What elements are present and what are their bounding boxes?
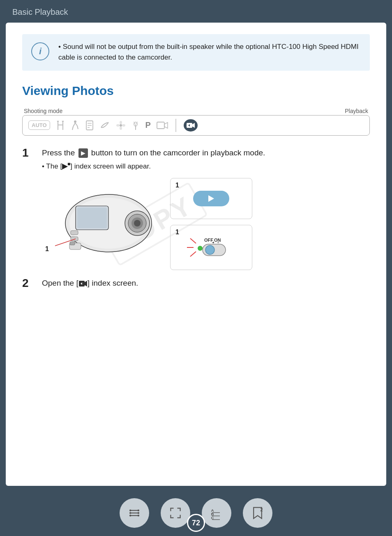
step-1-number: 1 <box>22 146 42 159</box>
shooting-mode-label: Shooting mode <box>24 108 62 114</box>
svg-point-45 <box>217 242 219 243</box>
menu-button[interactable] <box>120 498 149 528</box>
info-box: i • Sound will not be output from the bu… <box>22 34 370 71</box>
svg-line-4 <box>73 123 75 127</box>
svg-line-36 <box>190 238 196 243</box>
diagram-area: COPY <box>22 178 370 270</box>
svg-point-30 <box>134 220 141 226</box>
svg-point-56 <box>138 512 139 514</box>
step-1-text: Press the ▶ button to turn on the camcor… <box>42 147 370 159</box>
svg-rect-31 <box>71 231 78 235</box>
svg-marker-47 <box>84 281 87 286</box>
mode-sports[interactable] <box>71 120 80 131</box>
mode-bar-labels: Shooting mode Playback <box>22 108 370 114</box>
svg-point-43 <box>205 245 214 254</box>
svg-point-16 <box>122 124 125 127</box>
svg-marker-21 <box>192 123 195 128</box>
mode-bar-separator <box>175 119 176 132</box>
mode-auto[interactable]: AUTO <box>28 120 50 130</box>
callout-1: 1 <box>170 178 252 219</box>
svg-text:OFF: OFF <box>204 238 213 243</box>
page-title: Basic Playback <box>12 7 68 16</box>
mode-flower[interactable] <box>116 120 126 131</box>
step-1: 1 Press the ▶ button to turn on the camc… <box>22 147 370 171</box>
step-2-text: Open the [] index screen. <box>42 277 370 289</box>
main-content: i • Sound will not be output from the bu… <box>6 23 386 486</box>
step-2: 2 Open the [] index screen. <box>22 277 370 292</box>
mode-video[interactable] <box>157 121 168 130</box>
mode-bar: AUTO P <box>22 115 370 136</box>
svg-rect-26 <box>77 208 107 228</box>
play-triangle-icon <box>208 195 214 202</box>
step-2-number: 2 <box>22 277 42 290</box>
info-icon: i <box>31 42 49 60</box>
camcorder-illustration: 1 <box>22 178 162 268</box>
mode-tulip[interactable] <box>131 120 140 131</box>
svg-point-14 <box>120 127 122 130</box>
svg-point-55 <box>138 510 139 511</box>
mode-doc[interactable] <box>85 120 94 131</box>
callout-2-num: 1 <box>175 229 179 236</box>
svg-point-12 <box>120 124 122 127</box>
svg-text:ON: ON <box>214 238 221 243</box>
switch-illus: OFF ON <box>184 231 238 264</box>
svg-text:C: C <box>211 515 214 520</box>
svg-line-38 <box>190 252 196 256</box>
svg-line-7 <box>77 126 78 129</box>
svg-rect-35 <box>70 242 75 245</box>
expand-button[interactable] <box>161 498 190 528</box>
step-1-content: Press the ▶ button to turn on the camcor… <box>42 147 370 171</box>
svg-point-53 <box>129 512 131 514</box>
svg-rect-18 <box>157 122 164 129</box>
svg-line-5 <box>75 123 77 126</box>
mode-bar-container: Shooting mode Playback AUTO <box>22 108 370 136</box>
svg-line-6 <box>72 127 73 130</box>
callout-2: 1 OFF ON <box>170 225 252 270</box>
svg-point-54 <box>129 515 131 516</box>
svg-point-57 <box>138 515 139 516</box>
bottom-nav: 72 A B C 2 <box>0 492 392 536</box>
header-bar: Basic Playback <box>0 0 392 23</box>
section-title: Viewing Photos <box>22 84 370 98</box>
callout-1-num: 1 <box>175 182 179 189</box>
svg-point-39 <box>198 246 203 251</box>
svg-marker-19 <box>164 122 168 128</box>
diagram-callouts: 1 1 <box>170 178 252 270</box>
page-number-badge: 72 <box>187 514 205 532</box>
playback-btn-inline: ▶ <box>78 148 88 158</box>
diagram-label-1: 1 <box>45 245 49 253</box>
step-1-sub: • The [▶■] index screen will appear. <box>42 161 370 171</box>
mode-playback[interactable] <box>184 119 198 132</box>
info-text: • Sound will not be output from the buil… <box>58 42 361 63</box>
svg-point-44 <box>212 242 214 243</box>
svg-point-3 <box>74 120 76 123</box>
play-button-illus <box>193 191 229 206</box>
mode-fork[interactable] <box>56 120 65 131</box>
info-bullet: • <box>58 43 63 51</box>
bookmark-button[interactable]: 2 <box>243 498 272 528</box>
abc-button[interactable]: A B C <box>202 498 231 528</box>
svg-point-52 <box>129 510 131 511</box>
play-btn-shape <box>193 191 229 206</box>
mode-bird[interactable] <box>99 120 110 131</box>
playback-label: Playback <box>345 108 368 114</box>
step-2-content: Open the [] index screen. <box>42 277 370 292</box>
svg-text:2: 2 <box>260 507 263 512</box>
mode-P[interactable]: P <box>145 120 151 130</box>
svg-point-13 <box>120 121 122 124</box>
svg-point-15 <box>116 124 120 127</box>
